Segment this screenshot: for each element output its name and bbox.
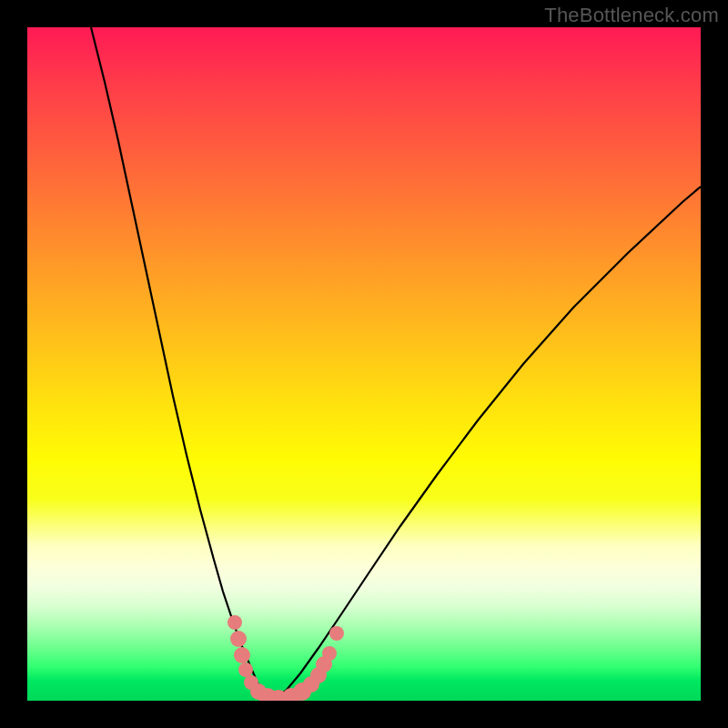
marker-dot [329,626,344,641]
left-curve [91,27,268,701]
marker-dot [230,631,247,647]
plot-area [27,27,701,701]
marker-dot [238,662,253,677]
bottom-markers [228,615,344,701]
watermark-text: TheBottleneck.com [544,4,719,27]
chart-frame: TheBottleneck.com [0,0,728,728]
marker-dot [234,647,250,663]
marker-dot [322,646,337,661]
right-curve [268,187,701,701]
marker-dot [228,615,242,630]
curves-svg [27,27,701,701]
